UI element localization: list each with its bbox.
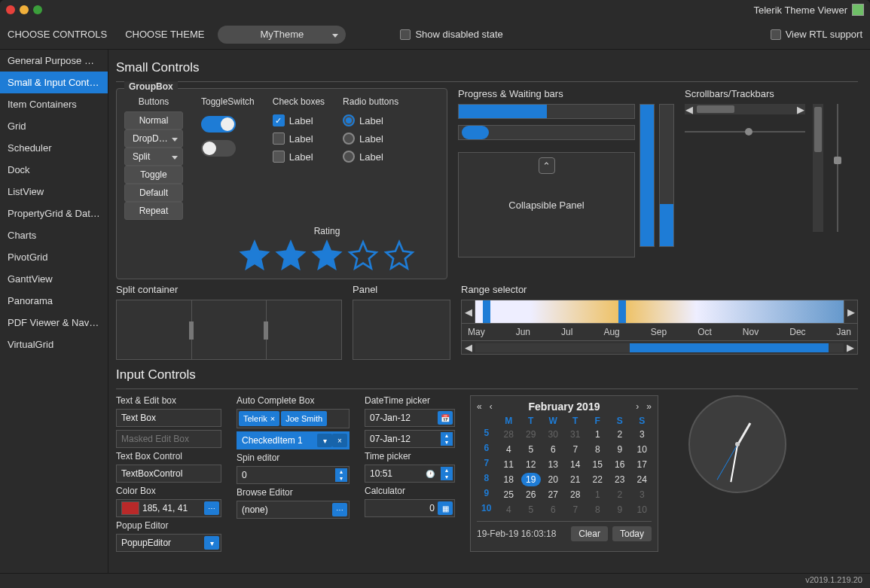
calendar-day[interactable]: 11 xyxy=(499,458,519,471)
calendar-day[interactable]: 8 xyxy=(588,503,608,516)
calendar-day[interactable]: 5 xyxy=(521,503,541,516)
popup-editor[interactable]: PopupEditor▾ xyxy=(116,534,221,552)
maximize-icon[interactable] xyxy=(33,5,42,14)
calendar-day[interactable]: 10 xyxy=(633,443,652,456)
star-icon[interactable] xyxy=(275,239,307,271)
color-box[interactable]: 185, 41, 41⋯ xyxy=(116,499,221,517)
calendar-clear-button[interactable]: Clear xyxy=(571,526,608,541)
chevron-down-icon[interactable]: ▾ xyxy=(204,536,219,550)
calendar-day[interactable]: 9 xyxy=(610,443,630,456)
range-scroll-right[interactable]: ▶ xyxy=(847,342,854,353)
sidebar-item-4[interactable]: Scheduler xyxy=(0,137,108,159)
sidebar-item-12[interactable]: PDF Viewer & Navig… xyxy=(0,312,108,334)
more-icon[interactable]: ⋯ xyxy=(204,501,219,515)
button-toggle[interactable]: Toggle xyxy=(124,166,183,184)
theme-select[interactable]: MyTheme xyxy=(218,26,346,44)
collapse-toggle-button[interactable]: ⌃ xyxy=(539,157,555,174)
star-icon[interactable] xyxy=(311,239,343,271)
calendar-day[interactable]: 3 xyxy=(633,488,652,501)
masked-edit-box[interactable]: Masked Edit Box xyxy=(116,430,221,448)
calendar-day[interactable]: 26 xyxy=(521,488,541,501)
sidebar-item-10[interactable]: GanttView xyxy=(0,268,108,290)
toggle-switch-off[interactable] xyxy=(201,140,236,157)
sidebar-item-8[interactable]: Charts xyxy=(0,224,108,246)
datetime-picker-1[interactable]: 07-Jan-12📅 xyxy=(365,409,455,427)
sidebar-item-3[interactable]: Grid xyxy=(0,115,108,137)
checkbox-3[interactable]: Label xyxy=(273,151,325,163)
calendar-day[interactable]: 18 xyxy=(499,473,519,486)
calendar-day[interactable]: 19 xyxy=(521,473,541,486)
calendar-day[interactable]: 25 xyxy=(499,488,519,501)
star-icon[interactable] xyxy=(383,239,415,271)
sidebar-item-13[interactable]: VirtualGrid xyxy=(0,334,108,355)
calendar-day[interactable]: 16 xyxy=(610,458,630,471)
calendar-day[interactable]: 28 xyxy=(499,428,519,441)
split-container[interactable] xyxy=(116,300,342,360)
trackbar-v[interactable] xyxy=(831,104,844,232)
cal-next[interactable]: › xyxy=(636,401,639,412)
scrollbar-h[interactable]: ◀▶ xyxy=(685,104,805,114)
spin-buttons[interactable]: ▴▾ xyxy=(335,468,347,482)
calendar-day[interactable]: 2 xyxy=(610,428,630,441)
button-split[interactable]: Split xyxy=(124,148,183,166)
tag-joesmith[interactable]: Joe Smith xyxy=(281,411,327,426)
star-icon[interactable] xyxy=(239,239,270,271)
checkbox-1[interactable]: ✓Label xyxy=(273,114,325,126)
sidebar-item-7[interactable]: PropertyGrid & Dat… xyxy=(0,203,108,224)
calendar-day[interactable]: 13 xyxy=(544,458,563,471)
calendar-day[interactable]: 30 xyxy=(544,428,563,441)
sidebar-item-0[interactable]: General Purpose C… xyxy=(0,50,108,72)
more-icon[interactable]: ⋯ xyxy=(332,503,347,516)
calendar-day[interactable]: 17 xyxy=(633,458,652,471)
calendar-day[interactable]: 21 xyxy=(566,473,585,486)
calendar-day[interactable]: 31 xyxy=(566,428,585,441)
calendar-day[interactable]: 9 xyxy=(610,503,630,516)
tag-telerik[interactable]: Telerik× xyxy=(239,411,279,426)
star-icon[interactable] xyxy=(347,239,379,271)
browse-editor[interactable]: (none)⋯ xyxy=(237,501,350,519)
calendar-day[interactable]: 24 xyxy=(633,473,652,486)
sidebar-item-2[interactable]: Item Containers xyxy=(0,93,108,115)
calendar-day[interactable]: 6 xyxy=(544,443,563,456)
text-box-control[interactable]: TextBoxControl xyxy=(116,465,221,483)
sidebar-item-5[interactable]: Dock xyxy=(0,159,108,181)
sidebar-item-11[interactable]: Panorama xyxy=(0,290,108,312)
checkbox-2[interactable]: Label xyxy=(273,133,325,145)
rating-stars[interactable] xyxy=(215,239,439,271)
radio-1[interactable]: Label xyxy=(343,114,398,126)
scrollbar-v[interactable] xyxy=(813,104,823,232)
button-repeat[interactable]: Repeat xyxy=(124,202,183,220)
datetime-picker-2[interactable]: 07-Jan-12▴▾ xyxy=(365,430,455,448)
show-disabled-checkbox[interactable]: Show disabled state xyxy=(400,29,502,40)
radio-3[interactable]: Label xyxy=(343,151,398,163)
calendar-day[interactable]: 5 xyxy=(521,443,541,456)
calendar-day[interactable]: 28 xyxy=(566,488,585,501)
calendar-icon[interactable]: 📅 xyxy=(438,411,453,425)
calculator-icon[interactable]: ▦ xyxy=(438,501,453,515)
calendar-day[interactable]: 15 xyxy=(588,458,608,471)
calendar-day[interactable]: 4 xyxy=(499,503,519,516)
cal-fast-next[interactable]: » xyxy=(646,401,652,412)
calendar-day[interactable]: 2 xyxy=(610,488,630,501)
calendar-today-button[interactable]: Today xyxy=(612,526,652,541)
calendar-day[interactable]: 1 xyxy=(588,428,608,441)
view-rtl-checkbox[interactable]: View RTL support xyxy=(771,29,862,40)
calendar-day[interactable]: 7 xyxy=(566,503,585,516)
calendar-day[interactable]: 22 xyxy=(588,473,608,486)
calendar-day[interactable]: 6 xyxy=(544,503,563,516)
minimize-icon[interactable] xyxy=(20,5,29,14)
radio-2[interactable]: Label xyxy=(343,133,398,145)
close-icon[interactable] xyxy=(6,5,15,14)
sidebar-item-1[interactable]: Small & Input Contr… xyxy=(0,72,108,93)
calendar-day[interactable]: 27 xyxy=(544,488,563,501)
calendar-day[interactable]: 4 xyxy=(499,443,519,456)
autocomplete-box[interactable]: Telerik× Joe Smith xyxy=(237,409,350,428)
calendar-day[interactable]: 10 xyxy=(633,503,652,516)
calendar[interactable]: «‹ February 2019 ›» MTWTFSS5282930311236… xyxy=(470,395,658,552)
cal-prev[interactable]: ‹ xyxy=(490,401,493,412)
cal-fast-prev[interactable]: « xyxy=(477,401,482,412)
calendar-day[interactable]: 23 xyxy=(610,473,630,486)
calendar-day[interactable]: 29 xyxy=(521,428,541,441)
sidebar-item-6[interactable]: ListView xyxy=(0,181,108,203)
calendar-day[interactable]: 1 xyxy=(588,488,608,501)
